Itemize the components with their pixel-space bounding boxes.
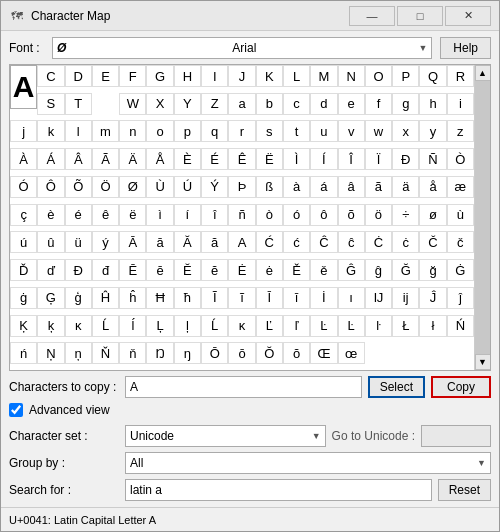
char-cell[interactable]: ć [283, 231, 310, 253]
char-cell[interactable]: Ĳ [365, 287, 392, 309]
char-cell[interactable]: é [65, 204, 92, 226]
advanced-view-label[interactable]: Advanced view [29, 403, 110, 417]
go-to-unicode-input[interactable] [421, 425, 491, 447]
char-cell[interactable]: ń [10, 342, 37, 364]
advanced-view-checkbox[interactable] [9, 403, 23, 417]
char-cell[interactable]: d [310, 93, 337, 115]
scroll-track[interactable] [475, 81, 491, 354]
char-cell[interactable]: Ò [447, 148, 474, 170]
char-cell[interactable]: Ĵ [419, 287, 446, 309]
char-cell[interactable]: C [37, 65, 64, 87]
char-cell[interactable]: ô [310, 204, 337, 226]
char-cell[interactable]: Ā [119, 231, 146, 253]
char-cell[interactable]: G [146, 65, 173, 87]
char-cell[interactable]: Ō [201, 342, 228, 364]
char-cell[interactable]: Ļ [146, 315, 173, 337]
char-cell[interactable]: Ŀ [338, 315, 365, 337]
char-cell[interactable]: m [92, 120, 119, 142]
char-cell[interactable]: ī [283, 287, 310, 309]
char-cell[interactable]: Ý [201, 176, 228, 198]
char-cell[interactable]: ê [92, 204, 119, 226]
char-cell[interactable]: n [119, 120, 146, 142]
char-cell[interactable]: Ğ [392, 259, 419, 281]
char-cell[interactable]: î [201, 204, 228, 226]
char-cell[interactable]: Ģ [37, 287, 64, 309]
char-cell[interactable]: Õ [65, 176, 92, 198]
char-cell[interactable]: ñ [228, 204, 255, 226]
char-cell[interactable]: ä [392, 176, 419, 198]
char-cell[interactable]: S [37, 93, 64, 115]
char-cell[interactable]: í [174, 204, 201, 226]
char-cell[interactable]: Å [146, 148, 173, 170]
char-cell[interactable]: e [338, 93, 365, 115]
char-cell[interactable]: ě [310, 259, 337, 281]
char-cell[interactable]: E [92, 65, 119, 87]
copy-button[interactable]: Copy [431, 376, 491, 398]
char-cell[interactable]: ĳ [392, 287, 419, 309]
char-cell[interactable]: j [10, 120, 37, 142]
char-cell[interactable]: Ń [447, 315, 474, 337]
char-cell[interactable]: ö [365, 204, 392, 226]
char-cell[interactable]: K [256, 65, 283, 87]
char-cell[interactable]: y [419, 120, 446, 142]
char-cell[interactable]: ý [92, 231, 119, 253]
char-cell[interactable]: Á [37, 148, 64, 170]
char-cell[interactable]: Þ [228, 176, 255, 198]
char-cell[interactable]: k [37, 120, 64, 142]
char-cell[interactable]: Ï [365, 148, 392, 170]
char-cell[interactable]: Î [338, 148, 365, 170]
char-cell[interactable]: ē [146, 259, 173, 281]
char-cell[interactable]: q [201, 120, 228, 142]
scroll-up-button[interactable]: ▲ [475, 65, 491, 81]
char-cell[interactable]: M [310, 65, 337, 87]
char-cell[interactable]: õ [338, 204, 365, 226]
char-cell[interactable]: Đ [65, 259, 92, 281]
char-cell[interactable]: ò [256, 204, 283, 226]
char-cell[interactable]: Ī [256, 287, 283, 309]
char-cell[interactable]: Œ [310, 342, 337, 364]
char-cell[interactable]: ň [119, 342, 146, 364]
char-cell[interactable]: Ñ [419, 148, 446, 170]
char-cell[interactable]: û [37, 231, 64, 253]
help-button[interactable]: Help [440, 37, 491, 59]
select-button[interactable]: Select [368, 376, 425, 398]
char-cell[interactable]: Y [174, 93, 201, 115]
char-cell[interactable]: Ĺ [92, 315, 119, 337]
char-cell[interactable]: p [174, 120, 201, 142]
char-cell[interactable]: Ŀ [310, 315, 337, 337]
char-cell[interactable]: ĥ [119, 287, 146, 309]
char-cell[interactable]: Ć [256, 231, 283, 253]
char-cell[interactable]: ķ [37, 315, 64, 337]
char-cell[interactable]: ı [338, 287, 365, 309]
char-cell[interactable]: Í [310, 148, 337, 170]
char-cell[interactable]: i [447, 93, 474, 115]
char-cell[interactable]: ÷ [392, 204, 419, 226]
char-cell[interactable]: Ì [283, 148, 310, 170]
char-cell[interactable]: Ė [228, 259, 255, 281]
char-cell[interactable]: Ù [146, 176, 173, 198]
char-cell[interactable]: o [146, 120, 173, 142]
char-cell[interactable]: b [256, 93, 283, 115]
char-cell[interactable]: P [392, 65, 419, 87]
char-cell[interactable]: s [256, 120, 283, 142]
char-cell[interactable]: Ó [10, 176, 37, 198]
char-cell[interactable]: É [201, 148, 228, 170]
char-cell[interactable]: v [338, 120, 365, 142]
char-cell[interactable]: ŏ [283, 342, 310, 364]
char-cell[interactable]: ß [256, 176, 283, 198]
char-cell[interactable]: H [174, 65, 201, 87]
char-cell[interactable]: å [419, 176, 446, 198]
char-cell[interactable]: Ĺ [201, 315, 228, 337]
char-cell-large[interactable]: A [10, 65, 37, 109]
char-cell[interactable]: ü [65, 231, 92, 253]
char-cell[interactable]: Ċ [365, 231, 392, 253]
char-cell[interactable]: À [10, 148, 37, 170]
char-cell[interactable]: ċ [392, 231, 419, 253]
char-cell[interactable]: à [283, 176, 310, 198]
char-cell[interactable]: Ê [228, 148, 255, 170]
char-cell[interactable]: h [419, 93, 446, 115]
char-cell[interactable]: Ħ [146, 287, 173, 309]
char-cell[interactable]: g [392, 93, 419, 115]
char-cell[interactable]: Ô [37, 176, 64, 198]
char-cell[interactable]: W [119, 93, 146, 115]
